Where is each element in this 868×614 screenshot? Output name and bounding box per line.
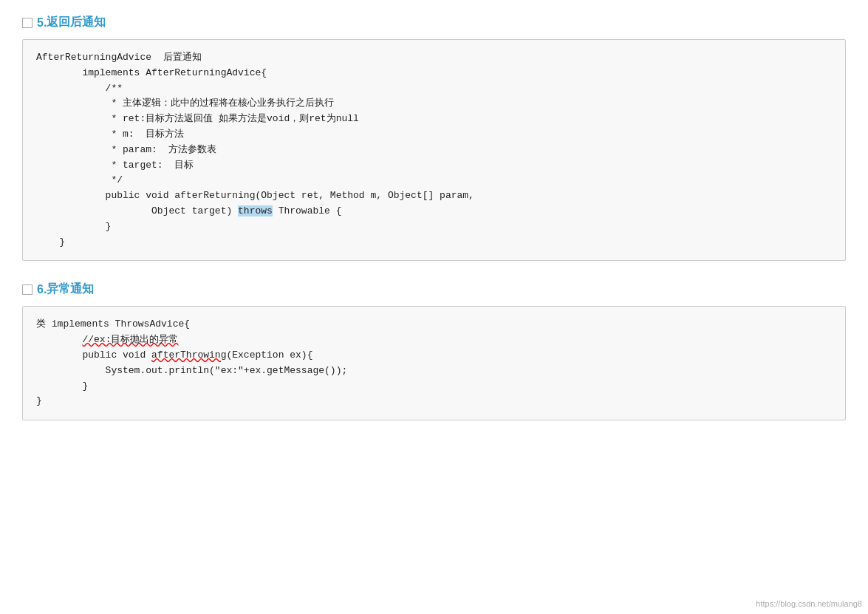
section-5-title-text: 返回后通知 (47, 15, 106, 30)
section-6-code: 类 implements ThrowsAdvice{ //ex:目标抛出的异常 … (22, 306, 846, 420)
watermark: https://blog.csdn.net/mulang8 (756, 599, 862, 608)
section-5: 5.返回后通知 AfterReturningAdvice 后置通知 implem… (22, 15, 846, 261)
section-6: 6.异常通知 类 implements ThrowsAdvice{ //ex:目… (22, 282, 846, 420)
checkbox-5[interactable] (22, 18, 33, 28)
section-6-title-text: 异常通知 (47, 282, 94, 297)
squiggly-method: afterThrowing (151, 349, 226, 361)
section-6-number: 6. (37, 283, 47, 296)
squiggly-comment: //ex:目标抛出的异常 (82, 334, 178, 345)
throws-highlight: throws (238, 205, 273, 216)
section-5-code: AfterReturningAdvice 后置通知 implements Aft… (22, 39, 846, 261)
section-6-title: 6.异常通知 (22, 282, 846, 297)
section-5-number: 5. (37, 16, 47, 30)
section-5-title: 5.返回后通知 (22, 15, 846, 30)
checkbox-6[interactable] (22, 284, 33, 295)
